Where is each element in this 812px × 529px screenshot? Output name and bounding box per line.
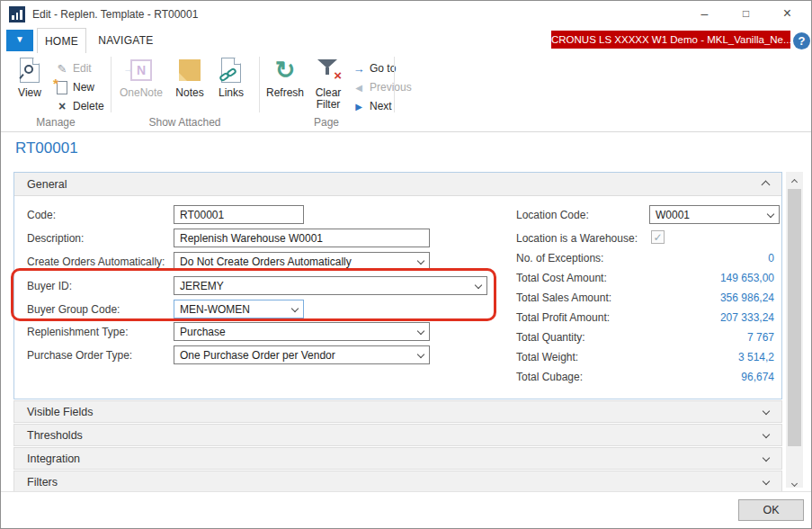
view-icon bbox=[8, 56, 51, 85]
description-value: Replenish Warehouse W0001 bbox=[180, 232, 323, 245]
view-button-label: View bbox=[8, 87, 51, 99]
buyer-id-select[interactable]: JEREMY bbox=[174, 276, 487, 295]
view-doc-shape bbox=[20, 58, 40, 83]
app-icon-bar bbox=[16, 13, 19, 20]
minimize-icon: – bbox=[701, 6, 709, 21]
notes-icon bbox=[170, 56, 210, 85]
location-code-select[interactable]: W0001 bbox=[649, 205, 780, 224]
goto-button[interactable]: → Go to bbox=[352, 59, 396, 77]
new-star-icon: * bbox=[53, 76, 58, 91]
maximize-icon: □ bbox=[743, 7, 749, 20]
scrollbar-up-button[interactable] bbox=[786, 172, 803, 186]
next-button[interactable]: ▶ Next bbox=[352, 97, 392, 115]
section-thresholds[interactable]: Thresholds bbox=[13, 424, 782, 446]
chevron-down-icon[interactable] bbox=[417, 327, 424, 335]
close-icon: × bbox=[783, 5, 791, 21]
magnifier-icon bbox=[24, 65, 33, 74]
edit-button[interactable]: ✎ Edit bbox=[55, 59, 92, 77]
tab-home[interactable]: HOME bbox=[37, 28, 86, 53]
chevron-down-icon[interactable] bbox=[417, 257, 424, 264]
minimize-button[interactable]: – bbox=[684, 1, 725, 27]
description-input[interactable]: Replenish Warehouse W0001 bbox=[174, 229, 430, 247]
ribbon-tab-strip: ▼ HOME NAVIGATE CRONUS LS XXXXX W1 Demo … bbox=[1, 28, 811, 53]
previous-arrow-icon: ◀ bbox=[352, 83, 366, 93]
chevron-down-icon[interactable] bbox=[763, 478, 770, 485]
location-code-value: W0001 bbox=[656, 209, 690, 221]
total-sales-amount-value: 356 986,24 bbox=[720, 291, 774, 304]
window-title: Edit - Replen. Template - RT00001 bbox=[32, 8, 198, 21]
delete-button-label: Delete bbox=[73, 100, 104, 112]
ok-button[interactable]: OK bbox=[738, 499, 804, 521]
ribbon: View ✎ Edit * New × Delete Manage N → On… bbox=[1, 53, 811, 132]
chevron-down-icon[interactable] bbox=[763, 454, 770, 462]
total-cubage-value: 96,674 bbox=[741, 371, 774, 383]
buyer-id-label: Buyer ID: bbox=[27, 280, 72, 292]
view-button[interactable]: View bbox=[8, 56, 51, 99]
integration-label: Integration bbox=[27, 453, 80, 465]
scrollbar-thumb[interactable] bbox=[788, 189, 801, 446]
chevron-down-icon[interactable] bbox=[767, 211, 774, 218]
next-arrow-icon: ▶ bbox=[352, 102, 366, 112]
code-input[interactable]: RT00001 bbox=[174, 205, 304, 224]
total-quantity-label: Total Quantity: bbox=[516, 331, 585, 344]
new-button-label: New bbox=[73, 81, 94, 94]
delete-button[interactable]: × Delete bbox=[55, 97, 104, 115]
refresh-button[interactable]: ↻ Refresh bbox=[263, 56, 308, 99]
close-button[interactable]: × bbox=[767, 1, 808, 27]
chevron-down-icon[interactable] bbox=[417, 351, 424, 358]
purchase-order-type-value: One Purchase Order per Vendor bbox=[180, 349, 335, 362]
chevron-down-icon[interactable] bbox=[763, 408, 770, 415]
total-cubage-label: Total Cubage: bbox=[516, 371, 583, 383]
general-header[interactable]: General bbox=[14, 173, 781, 196]
show-attached-group-label: Show Attached bbox=[111, 116, 259, 129]
app-icon-bar bbox=[12, 15, 14, 20]
onenote-icon: N → bbox=[116, 56, 166, 85]
buyer-group-code-value: MEN-WOMEN bbox=[180, 303, 250, 316]
thresholds-label: Thresholds bbox=[27, 429, 83, 442]
replenishment-type-select[interactable]: Purchase bbox=[174, 322, 430, 341]
total-profit-amount-label: Total Profit Amount: bbox=[516, 311, 610, 324]
previous-button[interactable]: ◀ Previous bbox=[352, 78, 412, 96]
chevron-up-icon[interactable] bbox=[762, 181, 771, 190]
purchase-order-type-select[interactable]: One Purchase Order per Vendor bbox=[174, 345, 430, 364]
vertical-scrollbar[interactable] bbox=[786, 172, 803, 488]
chevron-down-icon[interactable] bbox=[475, 282, 482, 289]
check-icon: ✓ bbox=[653, 231, 662, 244]
section-visible-fields[interactable]: Visible Fields bbox=[13, 400, 782, 423]
app-menu-button[interactable]: ▼ bbox=[6, 30, 33, 51]
visible-fields-label: Visible Fields bbox=[27, 406, 93, 418]
onenote-button[interactable]: N → OneNote bbox=[116, 56, 166, 99]
help-button[interactable]: ? bbox=[793, 32, 810, 49]
links-button[interactable]: Links bbox=[211, 56, 251, 99]
section-filters[interactable]: Filters bbox=[13, 471, 782, 493]
total-cost-amount-value: 149 653,00 bbox=[720, 272, 774, 284]
create-orders-automatically-select[interactable]: Do Not Create Orders Automatically bbox=[174, 252, 430, 271]
new-button[interactable]: * New bbox=[55, 78, 94, 96]
red-x-icon: × bbox=[334, 67, 342, 83]
clear-filter-button-label: Clear Filter bbox=[309, 87, 347, 111]
goto-button-label: Go to bbox=[370, 62, 396, 75]
location-is-warehouse-checkbox: ✓ bbox=[651, 230, 665, 244]
chevron-down-icon[interactable] bbox=[763, 431, 770, 438]
maximize-button[interactable]: □ bbox=[726, 1, 766, 27]
onenote-box: N → bbox=[130, 59, 152, 81]
replen-template-window: Edit - Replen. Template - RT00001 – □ × … bbox=[0, 0, 812, 529]
funnel-icon: × bbox=[317, 58, 340, 83]
create-orders-automatically-value: Do Not Create Orders Automatically bbox=[180, 256, 352, 268]
create-orders-automatically-label: Create Orders Automatically: bbox=[27, 256, 165, 268]
no-of-exceptions-value[interactable]: 0 bbox=[768, 252, 774, 264]
scrollbar-down-button[interactable] bbox=[786, 473, 803, 488]
notes-button-label: Notes bbox=[170, 87, 210, 99]
page-group-label: Page bbox=[259, 116, 394, 129]
general-header-label: General bbox=[27, 178, 67, 191]
onenote-button-label: OneNote bbox=[116, 87, 166, 99]
buyer-group-code-select[interactable]: MEN-WOMEN bbox=[174, 300, 304, 318]
total-profit-amount-value: 207 333,24 bbox=[720, 311, 774, 324]
clear-filter-button[interactable]: × Clear Filter bbox=[309, 56, 347, 111]
notes-button[interactable]: Notes bbox=[170, 56, 210, 99]
section-integration[interactable]: Integration bbox=[13, 447, 782, 470]
links-button-label: Links bbox=[211, 87, 251, 99]
chevron-down-icon[interactable] bbox=[291, 305, 299, 312]
sticky-note-fold bbox=[179, 73, 187, 81]
tab-navigate[interactable]: NAVIGATE bbox=[90, 28, 162, 53]
